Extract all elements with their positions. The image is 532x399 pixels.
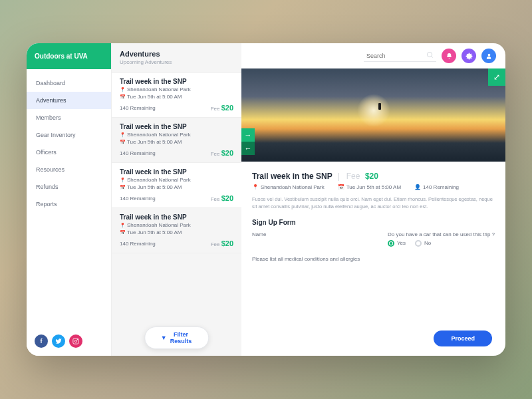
detail-fee-label: Fee	[346, 172, 360, 181]
hero-nav-arrows: → ←	[241, 128, 255, 155]
card-date: 📅Tue Jun 5th at 5:00 AM	[120, 229, 233, 235]
adventure-card[interactable]: Trail week in the SNP📍Shenandoah Nationa…	[112, 163, 241, 208]
social-links: f	[27, 327, 111, 356]
card-date: 📅Tue Jun 5th at 5:00 AM	[120, 94, 233, 100]
medical-label: Please list all medical conditions and a…	[252, 256, 495, 262]
card-location: 📍Shenandoah National Park	[120, 177, 233, 183]
card-title: Trail week in the SNP	[120, 213, 233, 221]
settings-icon[interactable]	[462, 49, 476, 63]
notifications-icon[interactable]	[442, 49, 456, 63]
calendar-icon: 📅	[120, 185, 126, 190]
nav-item-dashboard[interactable]: Dashboard	[27, 74, 111, 92]
calendar-icon: 📅	[120, 230, 126, 235]
calendar-icon: 📅	[338, 184, 344, 190]
adventure-card[interactable]: Trail week in the SNP📍Shenandoah Nationa…	[112, 208, 241, 253]
proceed-button[interactable]: Proceed	[434, 331, 492, 346]
card-title: Trail week in the SNP	[120, 78, 233, 85]
topbar	[241, 43, 505, 68]
card-fee-label: Fee	[211, 241, 221, 247]
pin-icon: 📍	[120, 87, 126, 92]
detail-fee-amount: $20	[365, 172, 378, 181]
filter-label: Filter Results	[170, 331, 193, 344]
nav-item-refunds[interactable]: Refunds	[27, 178, 111, 196]
card-fee-amount: $20	[221, 149, 233, 157]
detail-title: Trail week in the SNP	[252, 172, 332, 181]
card-remaining: 140 Remaining	[120, 196, 156, 201]
hero-image: ⤢ → ←	[241, 68, 505, 162]
card-fee-amount: $20	[221, 194, 233, 202]
detail-meta-row: 📍Shenandoah National Park 📅Tue Jun 5th a…	[252, 184, 495, 190]
card-location: 📍Shenandoah National Park	[120, 132, 233, 138]
detail-date: Tue Jun 5th at 5:00 AM	[346, 184, 401, 190]
adventure-card[interactable]: Trail week in the SNP📍Shenandoah Nationa…	[112, 118, 241, 163]
svg-point-6	[487, 53, 490, 56]
calendar-icon: 📅	[120, 94, 126, 99]
nav-item-adventures[interactable]: Adventures	[27, 92, 111, 109]
facebook-icon[interactable]: f	[35, 334, 48, 348]
list-body[interactable]: Trail week in the SNP📍Shenandoah Nationa…	[112, 72, 241, 356]
car-question: Do you have a car that can be used this …	[388, 231, 495, 237]
nav-item-gear-inventory[interactable]: Gear Inventory	[27, 126, 111, 144]
profile-icon[interactable]	[481, 49, 496, 63]
card-remaining: 140 Remaining	[120, 105, 156, 111]
name-label: Name	[252, 231, 266, 247]
search-icon[interactable]	[426, 51, 434, 60]
card-fee-label: Fee	[211, 106, 221, 112]
instagram-icon[interactable]	[69, 334, 82, 348]
fee-separator: |	[337, 172, 339, 181]
list-header: Adventures Upcoming Adventures	[112, 43, 241, 72]
next-arrow-icon[interactable]: →	[241, 128, 255, 142]
nav-item-resources[interactable]: Resources	[27, 161, 111, 178]
radio-group: Yes No	[388, 240, 495, 247]
card-location: 📍Shenandoah National Park	[120, 86, 233, 92]
brand-title: Outdoors at UVA	[27, 43, 111, 69]
list-subtitle: Upcoming Adventures	[120, 59, 233, 65]
person-icon: 👤	[414, 184, 421, 190]
card-remaining: 140 Remaining	[120, 241, 156, 247]
adventure-list-column: Adventures Upcoming Adventures Trail wee…	[112, 43, 241, 356]
nav-item-members[interactable]: Members	[27, 109, 111, 126]
form-row: Name Do you have a car that can be used …	[252, 231, 495, 247]
sidebar: Outdoors at UVA DashboardAdventuresMembe…	[27, 43, 112, 356]
search-box[interactable]	[364, 50, 436, 62]
card-title: Trail week in the SNP	[120, 123, 233, 130]
card-fee-amount: $20	[221, 104, 233, 112]
prev-arrow-icon[interactable]: ←	[241, 142, 255, 155]
detail-location: Shenandoah National Park	[261, 184, 325, 190]
pin-icon: 📍	[120, 178, 126, 182]
svg-point-1	[74, 340, 76, 342]
twitter-icon[interactable]	[52, 334, 65, 348]
card-date: 📅Tue Jun 5th at 5:00 AM	[120, 139, 233, 145]
detail-remaining: 140 Remaining	[423, 184, 459, 190]
radio-yes[interactable]: Yes	[388, 240, 406, 247]
card-fee-label: Fee	[211, 196, 221, 202]
form-title: Sign Up Form	[252, 219, 495, 226]
card-location: 📍Shenandoah National Park	[120, 222, 233, 228]
expand-icon[interactable]: ⤢	[488, 68, 505, 86]
card-fee-amount: $20	[221, 239, 233, 247]
detail-description: Fusce vel dui. Vestibulum suscipit nulla…	[252, 196, 495, 211]
pin-icon: 📍	[120, 223, 126, 227]
app-frame: Outdoors at UVA DashboardAdventuresMembe…	[27, 43, 505, 356]
filter-icon: ▼	[161, 334, 167, 341]
nav-list: DashboardAdventuresMembersGear Inventory…	[27, 69, 111, 327]
detail-section: Trail week in the SNP | Fee $20 📍Shenand…	[241, 162, 505, 356]
card-fee-label: Fee	[211, 151, 221, 157]
card-title: Trail week in the SNP	[120, 168, 233, 176]
svg-point-3	[427, 52, 432, 57]
search-input[interactable]	[366, 53, 426, 59]
svg-line-4	[432, 57, 433, 58]
list-title: Adventures	[120, 50, 233, 58]
radio-no[interactable]: No	[415, 240, 431, 247]
adventure-card[interactable]: Trail week in the SNP📍Shenandoah Nationa…	[112, 72, 241, 118]
nav-item-reports[interactable]: Reports	[27, 196, 111, 213]
main-panel: ⤢ → ← Trail week in the SNP | Fee $20 📍S…	[241, 43, 505, 356]
filter-results-button[interactable]: ▼ Filter Results	[144, 327, 209, 349]
calendar-icon: 📅	[120, 140, 126, 144]
card-remaining: 140 Remaining	[120, 150, 156, 156]
radio-dot	[415, 240, 422, 247]
card-date: 📅Tue Jun 5th at 5:00 AM	[120, 184, 233, 190]
svg-point-2	[77, 339, 78, 340]
pin-icon: 📍	[120, 132, 126, 137]
nav-item-officers[interactable]: Officers	[27, 144, 111, 161]
